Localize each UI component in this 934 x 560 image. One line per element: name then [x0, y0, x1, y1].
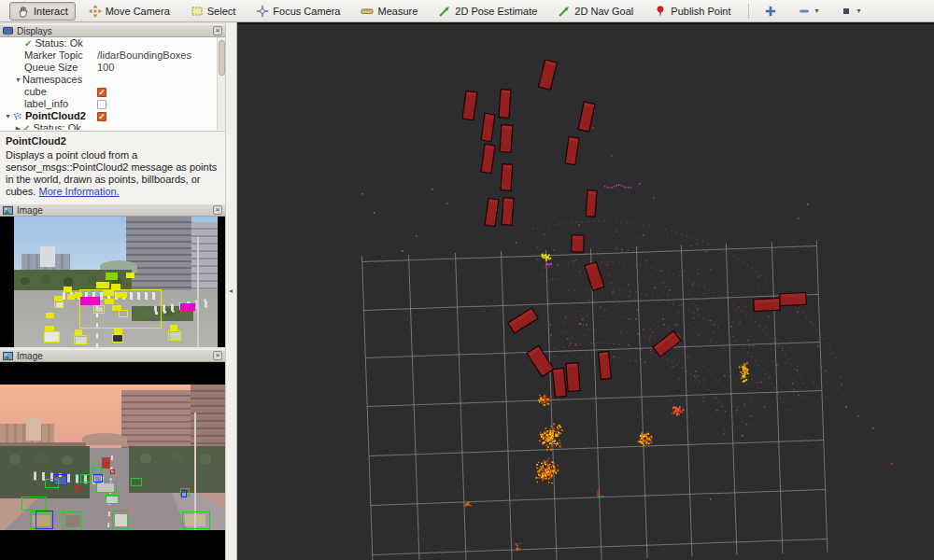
tool-2d-pose-estimate[interactable]: 2D Pose Estimate: [431, 2, 545, 21]
camera-photo-day: [14, 217, 218, 347]
display-property-row[interactable]: ▼Namespaces: [0, 74, 225, 86]
collapse-triangle-icon[interactable]: ▼: [14, 74, 22, 86]
detection-bounding-box: [110, 469, 115, 474]
enable-checkbox[interactable]: [97, 100, 106, 109]
image-panel-2-titlebar[interactable]: Image ×: [0, 349, 225, 362]
more-information-link[interactable]: More Information.: [38, 186, 119, 197]
display-property-row[interactable]: ▶✓Status: Ok: [0, 122, 225, 130]
pointcloud-scene: [237, 24, 934, 560]
hand-icon: [17, 5, 30, 18]
detection-bounding-box: [74, 335, 87, 344]
close-icon[interactable]: ×: [213, 351, 222, 360]
left-panel-column: Displays × ✓Status: OkMarker Topic/lidar…: [0, 22, 225, 560]
detection-label-tag: [67, 294, 75, 300]
display-property-row[interactable]: label_info: [0, 98, 225, 110]
chevron-down-icon: ▾: [815, 7, 819, 15]
detection-label-tag: [106, 273, 118, 280]
tool-measure[interactable]: Measure: [353, 2, 425, 21]
tool-tool-square-button[interactable]: ▾: [832, 2, 869, 21]
tool-interact[interactable]: Interact: [9, 2, 76, 21]
detection-label-tag: [180, 303, 195, 311]
toolbar-separator: [748, 4, 749, 19]
tool-plus-button[interactable]: [757, 2, 785, 21]
status-ok-check-icon: ✓: [24, 37, 32, 49]
description-title: PointCloud2: [6, 135, 219, 147]
image-panel-1-titlebar[interactable]: Image ×: [0, 203, 225, 217]
tool-select[interactable]: Select: [183, 2, 244, 21]
displays-panel: Displays × ✓Status: OkMarker Topic/lidar…: [0, 24, 225, 131]
property-label: label_info: [24, 98, 68, 110]
detection-bounding-box: [80, 474, 92, 483]
minus-icon: [798, 5, 811, 18]
lidar-bounding-boxes: [462, 60, 806, 398]
tool-focus-camera[interactable]: Focus Camera: [248, 2, 347, 21]
tool-label: Focus Camera: [273, 6, 340, 17]
tool-square-icon: [840, 5, 853, 18]
displays-panel-title: Displays: [17, 26, 213, 36]
green-arrow-icon: [558, 5, 571, 18]
tool-2d-nav-goal[interactable]: 2D Nav Goal: [550, 2, 641, 21]
detection-bounding-box: [63, 511, 82, 530]
property-label: PointCloud2: [25, 110, 86, 122]
splitter-collapse-icon[interactable]: ◂: [229, 287, 233, 295]
collapse-triangle-icon[interactable]: ▼: [4, 110, 12, 122]
tool-label: Publish Point: [671, 6, 730, 17]
camera-image-1: [0, 217, 225, 347]
tool-label: Measure: [377, 6, 417, 17]
chevron-down-icon: ▾: [857, 7, 861, 15]
enable-checkbox[interactable]: ✓: [97, 88, 106, 97]
property-value[interactable]: /lidarBoundingBoxes: [97, 49, 191, 62]
display-property-row[interactable]: Marker Topic/lidarBoundingBoxes: [0, 49, 225, 62]
detection-bounding-box: [112, 334, 123, 343]
display-property-row[interactable]: Queue Size100: [0, 62, 225, 74]
property-label: cube: [24, 86, 47, 98]
detection-bounding-box: [35, 511, 53, 529]
display-property-row[interactable]: ▼PointCloud2✓: [0, 110, 225, 122]
point-cluster: [542, 254, 552, 261]
camera-image-2: [0, 362, 225, 560]
bounding-box-cuboid: [653, 331, 681, 357]
image-panel-2: Image ×: [0, 349, 225, 560]
property-value[interactable]: 100: [97, 62, 114, 74]
property-label: Namespaces: [22, 74, 82, 86]
3d-viewport[interactable]: [237, 22, 934, 560]
tool-publish-point[interactable]: Publish Point: [646, 2, 738, 21]
detection-bounding-box: [44, 331, 60, 343]
plus-icon: [764, 5, 777, 18]
displays-panel-titlebar[interactable]: Displays ×: [0, 24, 225, 37]
move-camera-icon: [89, 5, 102, 18]
tree-scrollbar[interactable]: [217, 37, 225, 130]
detection-bounding-box: [106, 495, 120, 504]
close-icon[interactable]: ×: [213, 205, 222, 215]
enable-checkbox[interactable]: ✓: [97, 112, 106, 121]
sparse-points: [361, 127, 893, 500]
detection-bounding-box: [182, 511, 210, 529]
property-label: Queue Size: [24, 62, 78, 74]
tool-label: 2D Nav Goal: [574, 6, 633, 17]
property-label: Status: Ok: [33, 122, 80, 130]
image-panel-2-title: Image: [17, 351, 213, 361]
expand-triangle-icon[interactable]: ▶: [14, 122, 22, 130]
detection-bounding-box: [119, 310, 128, 317]
detection-label-tag: [96, 282, 109, 288]
close-icon[interactable]: ×: [213, 26, 222, 35]
panel-splitter[interactable]: ◂: [225, 22, 237, 560]
select-box-icon: [191, 5, 204, 18]
point-cluster: [536, 458, 559, 483]
detection-bounding-box: [181, 490, 187, 497]
main-toolbar: InteractMove CameraSelectFocus CameraMea…: [0, 0, 934, 22]
tool-move-camera[interactable]: Move Camera: [81, 2, 177, 21]
tool-minus-button[interactable]: ▾: [790, 2, 827, 21]
display-property-row[interactable]: ✓Status: Ok: [0, 37, 225, 49]
display-description: PointCloud2 Displays a point cloud from …: [0, 131, 225, 205]
image-panel-1-title: Image: [17, 205, 213, 216]
display-property-row[interactable]: cube✓: [0, 86, 225, 98]
tool-label: Interact: [34, 6, 68, 17]
detection-bounding-box: [75, 485, 79, 492]
property-label: Marker Topic: [24, 49, 83, 62]
tool-label: Select: [207, 6, 236, 17]
focus-crosshair-icon: [256, 5, 269, 18]
scrollbar-thumb[interactable]: [219, 40, 225, 76]
displays-tree: ✓Status: OkMarker Topic/lidarBoundingBox…: [0, 37, 225, 130]
magenta-points: [604, 185, 631, 189]
